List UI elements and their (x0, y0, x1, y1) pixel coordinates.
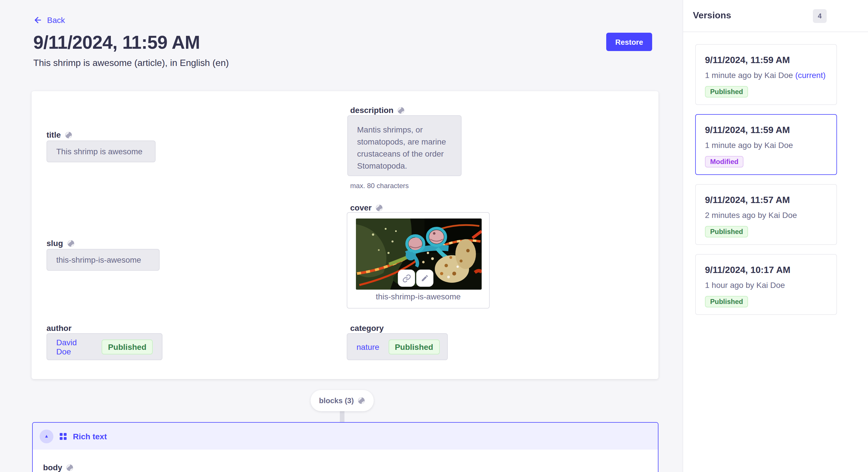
cover-label-text: cover (350, 203, 372, 212)
blocks-pill: blocks (3) (311, 390, 374, 411)
slug-value: this-shrimp-is-awesome (56, 255, 141, 264)
category-status-badge: Published (389, 339, 439, 354)
grid-icon (60, 433, 67, 440)
author-relation-box: David Doe Published (46, 333, 162, 360)
blocks-connector-line (340, 411, 344, 423)
globe-icon (376, 204, 383, 211)
title-label-text: title (46, 130, 61, 139)
version-card[interactable]: 9/11/2024, 11:57 AM 2 minutes ago by Kai… (695, 184, 837, 245)
version-date: 9/11/2024, 11:59 AM (705, 53, 827, 67)
version-date: 9/11/2024, 10:17 AM (705, 263, 827, 277)
back-label: Back (47, 15, 65, 25)
app-root: Back 9/11/2024, 11:59 AM This shrimp is … (0, 0, 868, 472)
cover-media-card: this-shrimp-is-awesome (347, 212, 490, 308)
category-label: category (350, 324, 384, 333)
version-meta: 2 minutes ago by Kai Doe (705, 209, 827, 221)
restore-label: Restore (615, 38, 643, 46)
version-status-badge: Published (705, 86, 748, 98)
version-current-tag: (current) (795, 71, 826, 80)
versions-title: Versions (693, 10, 731, 21)
globe-icon (66, 464, 74, 471)
version-date: 9/11/2024, 11:59 AM (705, 123, 827, 137)
divider (683, 32, 868, 32)
description-label: description (350, 105, 405, 115)
version-status-badge: Modified (705, 156, 744, 167)
arrow-left-icon (33, 15, 42, 25)
version-status-badge: Published (705, 226, 748, 237)
version-meta: 1 minute ago by Kai Doe (current) (705, 69, 827, 81)
copy-link-button[interactable] (398, 270, 415, 287)
cover-filename: this-shrimp-is-awesome (347, 292, 489, 301)
version-meta-text: 1 minute ago by Kai Doe (705, 71, 793, 80)
rich-text-header: ▲ Rich text (33, 423, 658, 450)
slug-input: this-shrimp-is-awesome (46, 249, 160, 271)
rich-text-title: Rich text (73, 432, 107, 441)
category-relation-box: nature Published (347, 333, 448, 360)
version-card[interactable]: 9/11/2024, 10:17 AM 1 hour ago by Kai Do… (695, 254, 837, 315)
version-card[interactable]: 9/11/2024, 11:59 AM 1 minute ago by Kai … (695, 44, 837, 105)
cover-label: cover (350, 203, 383, 212)
description-hint: max. 80 characters (350, 182, 409, 190)
version-status-badge: Published (705, 296, 748, 307)
body-label: body (43, 463, 74, 472)
screen: Back 9/11/2024, 11:59 AM This shrimp is … (0, 0, 868, 472)
globe-icon (358, 397, 365, 404)
pencil-icon (421, 274, 429, 282)
versions-sidebar: Versions 4 9/11/2024, 11:59 AM 1 minute … (683, 0, 868, 472)
title-input: This shrimp is awesome (46, 140, 156, 162)
slug-label: slug (46, 239, 74, 248)
back-link[interactable]: Back (33, 15, 65, 25)
chevron-up-icon: ▲ (44, 434, 49, 438)
blocks-pill-label: blocks (3) (319, 396, 353, 405)
collapse-button[interactable]: ▲ (40, 429, 53, 443)
author-label: author (46, 324, 71, 333)
author-label-text: author (46, 324, 71, 333)
author-status-badge: Published (102, 339, 153, 354)
title-value: This shrimp is awesome (56, 147, 143, 156)
edit-media-button[interactable] (416, 270, 433, 287)
description-value: Mantis shrimps, or stomatopods, are mari… (357, 125, 446, 170)
version-date: 9/11/2024, 11:57 AM (705, 193, 827, 207)
category-label-text: category (350, 324, 384, 333)
category-link[interactable]: nature (356, 342, 379, 351)
globe-icon (65, 131, 72, 138)
rich-text-block: ▲ Rich text body (32, 422, 658, 472)
slug-label-text: slug (46, 239, 63, 248)
title-label: title (46, 130, 72, 139)
page-title: 9/11/2024, 11:59 AM (33, 32, 200, 53)
page-subtitle: This shrimp is awesome (article), in Eng… (33, 58, 229, 68)
version-meta: 1 hour ago by Kai Doe (705, 279, 827, 291)
body-label-text: body (43, 463, 62, 472)
link-icon (402, 274, 411, 282)
restore-button[interactable]: Restore (606, 33, 652, 51)
version-meta: 1 minute ago by Kai Doe (705, 139, 827, 151)
globe-icon (398, 106, 405, 114)
versions-count-badge: 4 (813, 9, 827, 23)
globe-icon (67, 239, 74, 247)
version-card-selected[interactable]: 9/11/2024, 11:59 AM 1 minute ago by Kai … (695, 114, 837, 175)
description-textarea: Mantis shrimps, or stomatopods, are mari… (347, 115, 462, 176)
description-label-text: description (350, 105, 394, 115)
author-link[interactable]: David Doe (56, 338, 92, 356)
